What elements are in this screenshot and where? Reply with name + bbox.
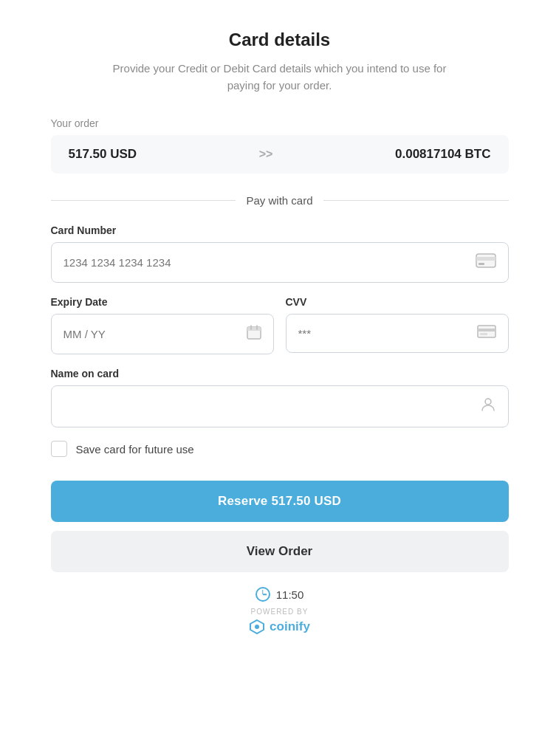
expiry-cvv-row: Expiry Date CVV bbox=[51, 296, 509, 368]
name-on-card-input[interactable] bbox=[64, 400, 480, 413]
svg-rect-2 bbox=[479, 263, 484, 265]
cvv-icon bbox=[477, 325, 496, 342]
page-subtitle: Provide your Credit or Debit Card detail… bbox=[103, 61, 457, 94]
expiry-input-wrapper[interactable] bbox=[51, 314, 274, 354]
save-card-checkbox[interactable] bbox=[51, 441, 67, 457]
svg-rect-9 bbox=[478, 329, 495, 331]
expiry-input[interactable] bbox=[64, 328, 247, 340]
footer-time: 11:50 bbox=[256, 587, 304, 602]
cvv-group: CVV bbox=[286, 296, 509, 354]
card-number-label: Card Number bbox=[51, 224, 509, 236]
save-card-label: Save card for future use bbox=[76, 443, 194, 456]
divider-line-right bbox=[323, 200, 509, 201]
pay-with-card-divider: Pay with card bbox=[51, 194, 509, 207]
order-label: Your order bbox=[51, 117, 509, 129]
time-display: 11:50 bbox=[276, 588, 304, 601]
order-amount-btc: 0.00817104 BTC bbox=[395, 147, 490, 162]
card-number-input[interactable] bbox=[64, 256, 476, 269]
divider-label: Pay with card bbox=[246, 194, 312, 207]
expiry-label: Expiry Date bbox=[51, 296, 274, 308]
name-on-card-input-wrapper[interactable] bbox=[51, 385, 509, 427]
cvv-input[interactable] bbox=[298, 327, 477, 340]
view-order-button[interactable]: View Order bbox=[51, 531, 509, 572]
card-icon bbox=[476, 253, 496, 272]
cvv-label: CVV bbox=[286, 296, 509, 308]
svg-rect-10 bbox=[480, 333, 487, 335]
expiry-group: Expiry Date bbox=[51, 296, 274, 354]
svg-rect-1 bbox=[476, 257, 495, 261]
coinify-logo-icon bbox=[249, 619, 265, 635]
card-number-group: Card Number bbox=[51, 224, 509, 283]
order-amount-usd: 517.50 USD bbox=[69, 147, 137, 162]
card-number-input-wrapper[interactable] bbox=[51, 242, 509, 283]
svg-rect-5 bbox=[247, 329, 261, 331]
powered-by-label: POWERED BY bbox=[251, 608, 309, 616]
order-section: Your order 517.50 USD >> 0.00817104 BTC bbox=[51, 117, 509, 173]
page-title: Card details bbox=[229, 30, 330, 50]
person-icon bbox=[480, 396, 496, 416]
coinify-label: coinify bbox=[270, 619, 310, 634]
order-box: 517.50 USD >> 0.00817104 BTC bbox=[51, 135, 509, 173]
svg-point-13 bbox=[255, 625, 259, 629]
name-on-card-group: Name on card bbox=[51, 368, 509, 427]
order-arrow: >> bbox=[259, 148, 273, 161]
divider-line-left bbox=[51, 200, 236, 201]
save-card-row[interactable]: Save card for future use bbox=[51, 441, 509, 457]
coinify-brand: coinify bbox=[249, 619, 310, 635]
svg-point-11 bbox=[485, 399, 491, 405]
cvv-input-wrapper[interactable] bbox=[286, 314, 509, 353]
reserve-button[interactable]: Reserve 517.50 USD bbox=[51, 481, 509, 522]
clock-icon bbox=[256, 587, 270, 602]
calendar-icon bbox=[247, 325, 261, 343]
powered-by-section: POWERED BY coinify bbox=[249, 608, 310, 635]
payment-form: Card Number Expiry Date bbox=[51, 224, 509, 587]
name-on-card-label: Name on card bbox=[51, 368, 509, 379]
